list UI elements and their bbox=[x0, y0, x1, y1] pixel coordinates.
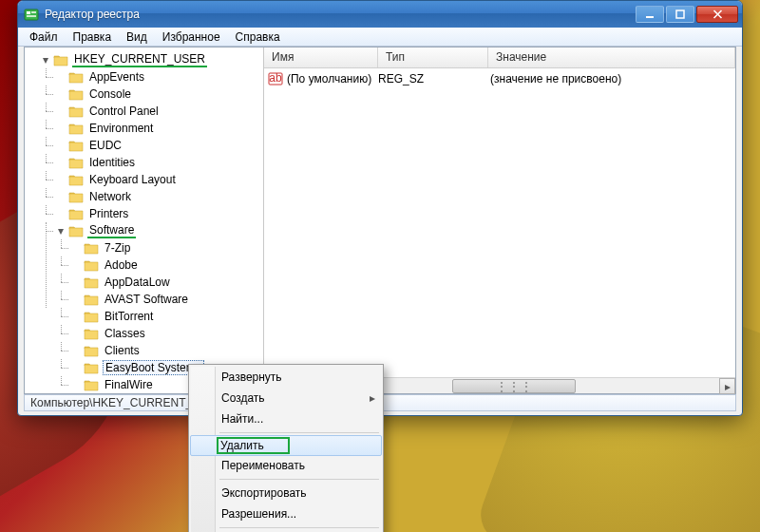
close-button[interactable] bbox=[696, 6, 738, 23]
submenu-arrow-icon: ▸ bbox=[370, 391, 375, 405]
tree-node[interactable]: ▾Software bbox=[55, 222, 263, 239]
tree-expander[interactable]: ▾ bbox=[40, 54, 51, 66]
tree-node[interactable]: ▹Environment bbox=[55, 120, 263, 137]
cell-value: (значение не присвоено) bbox=[490, 72, 732, 86]
svg-rect-2 bbox=[31, 11, 36, 13]
tree-label: Keyboard Layout bbox=[87, 173, 178, 186]
tree-label: FinalWire bbox=[103, 378, 155, 391]
tree-node[interactable]: ▹AppEvents bbox=[55, 68, 263, 86]
tree-label: Control Panel bbox=[87, 104, 161, 118]
tree-label: Printers bbox=[87, 207, 130, 220]
tree-label: AppEvents bbox=[87, 70, 146, 84]
menu-file[interactable]: Файл bbox=[22, 28, 66, 46]
cell-name: (По умолчанию) bbox=[287, 72, 378, 86]
tree-node[interactable]: ▹Identities bbox=[55, 154, 263, 171]
list-body[interactable]: ab (По умолчанию) REG_SZ (значение не пр… bbox=[264, 68, 735, 377]
tree-label: Network bbox=[87, 190, 133, 203]
window-title: Редактор реестра bbox=[45, 8, 636, 21]
col-type[interactable]: Тип bbox=[378, 48, 488, 67]
context-menu-item[interactable]: Удалить bbox=[190, 435, 382, 456]
context-menu-item[interactable]: Экспортировать bbox=[191, 483, 381, 504]
tree-node[interactable]: ▹7-Zip bbox=[70, 239, 263, 256]
tree-node[interactable]: ▹Console bbox=[55, 86, 263, 103]
tree-pane[interactable]: ▾HKEY_CURRENT_USER▹AppEvents▹Console▹Con… bbox=[25, 48, 264, 393]
tree-label: Software bbox=[87, 223, 136, 238]
svg-text:ab: ab bbox=[269, 71, 282, 85]
svg-rect-4 bbox=[646, 16, 654, 18]
svg-rect-5 bbox=[676, 10, 684, 18]
col-name[interactable]: Имя bbox=[264, 48, 378, 67]
svg-rect-1 bbox=[27, 11, 30, 14]
tree-node[interactable]: ▹Adobe bbox=[70, 256, 263, 274]
scroll-thumb[interactable]: ⋮⋮⋮ bbox=[452, 379, 576, 393]
tree-node[interactable]: ▹Printers bbox=[55, 205, 263, 222]
app-icon bbox=[24, 7, 39, 22]
menu-separator bbox=[219, 432, 379, 433]
regedit-window: Редактор реестра Файл Правка Вид Избранн… bbox=[17, 0, 743, 416]
scroll-right-arrow[interactable]: ▸ bbox=[719, 378, 735, 394]
svg-rect-0 bbox=[25, 10, 38, 20]
tree-node[interactable]: ▹Clients bbox=[70, 342, 263, 359]
minimize-button[interactable] bbox=[636, 6, 664, 23]
tree-label: Console bbox=[87, 87, 133, 101]
tree-node[interactable]: ▹AVAST Software bbox=[70, 291, 263, 308]
list-columns: Имя Тип Значение bbox=[264, 48, 735, 68]
tree-label: 7-Zip bbox=[103, 241, 132, 255]
tree-node[interactable]: ▹Keyboard Layout bbox=[55, 171, 263, 188]
tree-label: Environment bbox=[87, 122, 155, 135]
tree-label: HKEY_CURRENT_USER bbox=[72, 52, 207, 67]
context-menu: РазвернутьСоздать▸Найти...УдалитьПереиме… bbox=[188, 364, 384, 532]
tree-label: Adobe bbox=[103, 258, 140, 272]
tree-label: Classes bbox=[103, 327, 147, 340]
context-menu-item[interactable]: Разрешения... bbox=[191, 504, 381, 524]
tree-node[interactable]: ▹Classes bbox=[70, 325, 263, 342]
tree-expander[interactable]: ▾ bbox=[55, 225, 66, 237]
titlebar[interactable]: Редактор реестра bbox=[18, 1, 742, 28]
tree-label: AppDataLow bbox=[103, 276, 172, 289]
context-menu-item[interactable]: Найти... bbox=[191, 408, 381, 429]
tree-label: Identities bbox=[87, 156, 137, 169]
col-value[interactable]: Значение bbox=[488, 48, 735, 67]
context-menu-item[interactable]: Создать▸ bbox=[191, 388, 381, 408]
tree-node-root[interactable]: ▾HKEY_CURRENT_USER bbox=[40, 51, 263, 68]
tree-label: Clients bbox=[103, 344, 142, 357]
list-pane: Имя Тип Значение ab (По умолчанию) REG_S… bbox=[264, 48, 735, 393]
svg-rect-3 bbox=[27, 15, 36, 17]
context-menu-item[interactable]: Развернуть bbox=[191, 367, 381, 388]
tree-node[interactable]: ▹BitTorrent bbox=[70, 308, 263, 325]
menubar: Файл Правка Вид Избранное Справка bbox=[18, 28, 742, 47]
menu-separator bbox=[219, 479, 379, 480]
menu-view[interactable]: Вид bbox=[119, 28, 155, 46]
menu-help[interactable]: Справка bbox=[228, 28, 288, 46]
menu-edit[interactable]: Правка bbox=[66, 28, 120, 46]
tree-label: BitTorrent bbox=[103, 310, 155, 323]
string-value-icon: ab bbox=[268, 71, 283, 86]
tree-label: AVAST Software bbox=[103, 293, 190, 306]
table-row[interactable]: ab (По умолчанию) REG_SZ (значение не пр… bbox=[264, 70, 735, 87]
menu-separator bbox=[219, 527, 379, 528]
cell-type: REG_SZ bbox=[378, 72, 490, 86]
tree-node[interactable]: ▹Network bbox=[55, 188, 263, 205]
client-area: ▾HKEY_CURRENT_USER▹AppEvents▹Console▹Con… bbox=[24, 47, 736, 394]
tree-node[interactable]: ▹Control Panel bbox=[55, 103, 263, 120]
tree-label: EUDC bbox=[87, 139, 124, 152]
context-menu-item[interactable]: Переименовать bbox=[191, 455, 381, 476]
maximize-button[interactable] bbox=[666, 6, 694, 23]
tree-node[interactable]: ▹EUDC bbox=[55, 137, 263, 154]
menu-fav[interactable]: Избранное bbox=[155, 28, 228, 46]
tree-node[interactable]: ▹AppDataLow bbox=[70, 274, 263, 291]
